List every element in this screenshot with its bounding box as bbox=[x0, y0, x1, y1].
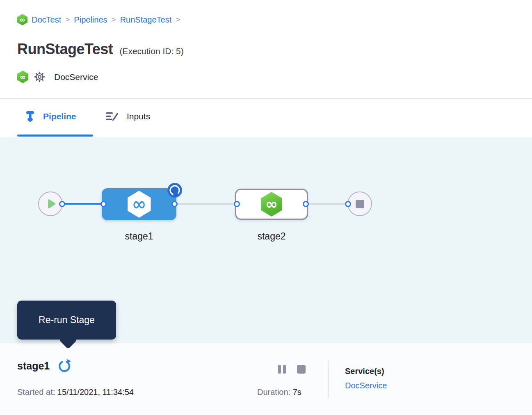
breadcrumb-link-project[interactable]: DocTest bbox=[32, 15, 61, 25]
services-label: Service(s) bbox=[345, 367, 384, 376]
rerun-stage-tooltip: Re-run Stage bbox=[17, 301, 116, 340]
pipeline-execution-page: ∞ DocTest > Pipelines > RunStageTest > R… bbox=[0, 0, 532, 415]
pause-button[interactable] bbox=[278, 365, 286, 374]
execution-controls bbox=[278, 365, 306, 374]
tab-inputs-label: Inputs bbox=[127, 112, 150, 121]
running-spinner-badge bbox=[167, 182, 183, 200]
header: ∞ DocTest > Pipelines > RunStageTest > R… bbox=[0, 0, 532, 99]
infinity-glyph: ∞ bbox=[19, 16, 25, 23]
stage2-label: stage2 bbox=[235, 231, 308, 242]
connector-start-stage1 bbox=[62, 203, 104, 205]
play-icon bbox=[47, 199, 56, 209]
page-title: RunStageTest bbox=[17, 41, 113, 58]
duration-value: 7s bbox=[293, 388, 301, 397]
connection-point bbox=[345, 201, 351, 207]
duration-line: Duration: 7s bbox=[257, 388, 301, 397]
rerun-stage-tooltip-label: Re-run Stage bbox=[39, 315, 95, 326]
started-at-line: Started at: 15/11/2021, 11:34:54 bbox=[17, 388, 134, 397]
inputs-edit-icon bbox=[106, 111, 119, 122]
infinity-glyph: ∞ bbox=[20, 73, 26, 81]
title-row: RunStageTest (Execution ID: 5) bbox=[17, 41, 184, 58]
breadcrumb-separator: > bbox=[65, 15, 70, 24]
stage2-harness-icon: ∞ bbox=[261, 192, 282, 217]
connection-point bbox=[303, 201, 309, 207]
rerun-stage-button[interactable] bbox=[57, 358, 72, 373]
pipeline-end-node bbox=[347, 192, 372, 216]
duration-label: Duration: bbox=[257, 388, 290, 397]
stop-button[interactable] bbox=[297, 365, 306, 374]
infinity-glyph: ∞ bbox=[132, 196, 146, 213]
connection-point bbox=[234, 201, 240, 207]
connector-stage2-end bbox=[306, 203, 348, 205]
harness-logo-icon: ∞ bbox=[17, 14, 27, 25]
tab-pipeline[interactable]: Pipeline bbox=[25, 111, 76, 122]
breadcrumb: ∞ DocTest > Pipelines > RunStageTest > bbox=[17, 14, 180, 26]
tab-inputs[interactable]: Inputs bbox=[106, 111, 150, 122]
stage1-harness-icon: ∞ bbox=[128, 191, 151, 218]
breadcrumb-separator: > bbox=[112, 15, 116, 24]
service-name: DocService bbox=[54, 72, 98, 82]
stage1-label: stage1 bbox=[102, 231, 176, 242]
footer-divider bbox=[328, 360, 329, 398]
tab-pipeline-label: Pipeline bbox=[43, 112, 76, 121]
footer-stage-row: stage1 bbox=[17, 358, 72, 373]
connector-stage1-stage2 bbox=[175, 203, 237, 205]
stage-node-stage2[interactable]: ∞ bbox=[235, 189, 308, 220]
harness-service-icon: ∞ bbox=[17, 71, 28, 83]
started-at-label: Started at bbox=[17, 388, 53, 397]
connection-point bbox=[100, 201, 107, 207]
execution-id: (Execution ID: 5) bbox=[119, 46, 183, 56]
gear-icon bbox=[34, 71, 45, 82]
breadcrumb-separator: > bbox=[176, 15, 180, 24]
tab-bar: Pipeline Inputs bbox=[0, 99, 532, 137]
stop-icon bbox=[356, 200, 364, 208]
breadcrumb-link-pipelines[interactable]: Pipelines bbox=[74, 15, 107, 25]
pipeline-icon bbox=[25, 111, 35, 122]
connection-point bbox=[171, 201, 178, 207]
stage-node-stage1[interactable]: ∞ bbox=[102, 188, 176, 220]
breadcrumb-link-pipeline[interactable]: RunStageTest bbox=[120, 15, 172, 25]
started-at-value: : 15/11/2021, 11:34:54 bbox=[53, 388, 134, 397]
execution-footer: stage1 Started at: 15/11/2021, 11:34:54 … bbox=[0, 342, 532, 415]
active-tab-indicator bbox=[17, 135, 93, 137]
service-row: ∞ DocService bbox=[17, 71, 98, 83]
infinity-glyph: ∞ bbox=[265, 197, 278, 212]
service-link[interactable]: DocService bbox=[345, 381, 387, 390]
footer-stage-name: stage1 bbox=[17, 360, 50, 372]
connection-point bbox=[59, 201, 65, 207]
